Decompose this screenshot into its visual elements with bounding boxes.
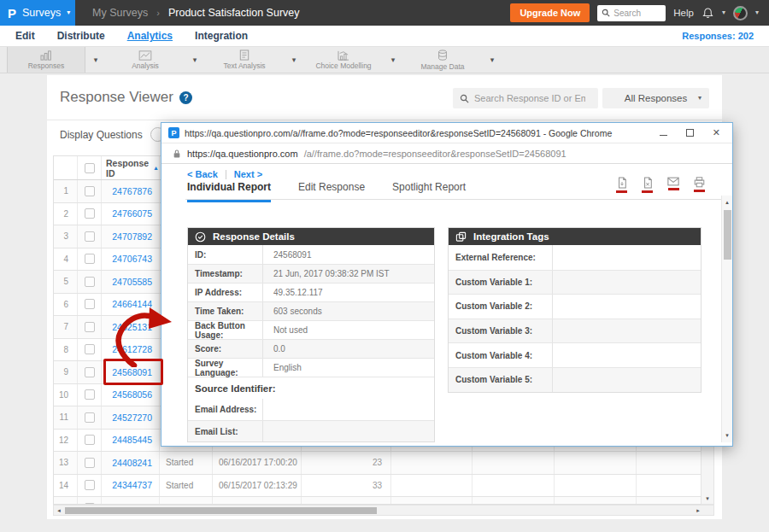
toolbar-responses[interactable]: Responses bbox=[7, 47, 85, 73]
red-underline bbox=[616, 190, 627, 193]
popup-url-bar[interactable]: https://qa.questionpro.com/a//frame.do?m… bbox=[161, 143, 732, 164]
integration-tags-icon bbox=[455, 231, 467, 243]
help-badge-icon[interactable]: ? bbox=[179, 91, 192, 104]
toolbar-choice-modelling-dropdown-icon[interactable]: ▾ bbox=[383, 47, 403, 73]
database-icon bbox=[437, 50, 449, 61]
empty-cell bbox=[637, 497, 701, 505]
row-checkbox[interactable] bbox=[85, 277, 95, 287]
row-checkbox[interactable] bbox=[85, 389, 95, 400]
avatar[interactable] bbox=[733, 6, 748, 20]
status-cell: Started bbox=[160, 475, 213, 497]
row-checkbox[interactable] bbox=[85, 231, 95, 242]
scroll-down-icon[interactable]: ▾ bbox=[722, 430, 732, 441]
row-checkbox[interactable] bbox=[85, 186, 95, 196]
questionpro-favicon: P bbox=[168, 127, 179, 138]
row-checkbox[interactable] bbox=[85, 208, 95, 219]
row-checkbox[interactable] bbox=[85, 322, 95, 332]
help-link[interactable]: Help bbox=[673, 8, 694, 18]
upgrade-now-button[interactable]: Upgrade Now bbox=[510, 3, 590, 22]
response-id-link[interactable]: 24767876 bbox=[102, 180, 160, 202]
notifications-bell-icon[interactable] bbox=[701, 7, 714, 20]
nav-item-integration[interactable]: Integration bbox=[195, 30, 248, 42]
row-checkbox[interactable] bbox=[85, 299, 95, 309]
row-checkbox-cell bbox=[78, 339, 102, 361]
response-id-link[interactable] bbox=[102, 497, 160, 505]
scroll-right-icon[interactable]: ▸ bbox=[693, 506, 703, 515]
print-icon[interactable] bbox=[694, 177, 705, 193]
row-checkbox[interactable] bbox=[85, 458, 95, 468]
breadcrumb-my-surveys[interactable]: My Surveys bbox=[92, 7, 148, 19]
response-id-link[interactable]: 24766075 bbox=[102, 203, 160, 225]
popup-scrollbar[interactable]: ▴ ▾ bbox=[721, 196, 732, 442]
response-id-link[interactable]: 24408241 bbox=[102, 452, 160, 474]
nav-item-distribute[interactable]: Distribute bbox=[57, 30, 105, 42]
nav-item-analytics[interactable]: Analytics bbox=[127, 30, 173, 42]
row-number: 14 bbox=[54, 475, 78, 497]
global-search[interactable] bbox=[597, 5, 666, 21]
row-number: 5 bbox=[54, 271, 78, 293]
response-id-link[interactable]: 24344737 bbox=[102, 475, 160, 497]
detail-row: Score:0.0 bbox=[188, 339, 434, 358]
table-horizontal-scrollbar[interactable]: ◂ ▸ bbox=[53, 505, 714, 516]
nav-item-edit[interactable]: Edit bbox=[15, 30, 35, 42]
url-domain: https://qa.questionpro.com bbox=[187, 149, 298, 159]
toolbar-text-analysis-dropdown-icon[interactable]: ▾ bbox=[284, 47, 304, 73]
row-checkbox[interactable] bbox=[85, 344, 95, 354]
global-search-input[interactable] bbox=[613, 9, 663, 18]
response-id-link[interactable]: 24705585 bbox=[102, 271, 160, 293]
all-responses-dropdown[interactable]: All Responses ▾ bbox=[602, 88, 709, 108]
text-analysis-icon bbox=[239, 50, 249, 61]
toolbar-analysis[interactable]: Analysis bbox=[106, 47, 185, 73]
toolbar-choice-modelling[interactable]: Choice Modelling bbox=[304, 47, 383, 73]
response-id-link[interactable]: 24664144 bbox=[102, 294, 160, 316]
chevron-down-icon[interactable]: ▾ bbox=[755, 9, 759, 16]
toolbar-text-analysis[interactable]: Text Analysis bbox=[205, 47, 284, 73]
row-checkbox[interactable] bbox=[85, 367, 95, 377]
scroll-up-icon[interactable]: ▴ bbox=[722, 197, 732, 208]
response-id-link[interactable]: 24625131 bbox=[102, 316, 160, 338]
next-link[interactable]: Next > bbox=[234, 169, 262, 179]
surveys-menu[interactable]: P Surveys ▾ bbox=[0, 0, 75, 26]
row-checkbox[interactable] bbox=[85, 435, 95, 445]
close-button[interactable]: ✕ bbox=[713, 128, 720, 137]
response-id-link[interactable]: 24527270 bbox=[102, 406, 160, 429]
row-checkbox[interactable] bbox=[85, 412, 95, 423]
scroll-left-icon[interactable]: ◂ bbox=[54, 506, 64, 515]
timestamp-cell bbox=[213, 497, 302, 505]
email-icon[interactable] bbox=[667, 177, 679, 193]
chevron-down-icon[interactable]: ▾ bbox=[722, 9, 725, 16]
response-id-link[interactable]: 24485445 bbox=[102, 430, 160, 452]
back-link[interactable]: < Back bbox=[187, 169, 218, 179]
response-id-link[interactable]: 24612728 bbox=[102, 339, 160, 361]
popup-window-title: https://qa.questionpro.com/a//frame.do?m… bbox=[185, 128, 655, 138]
minimize-button[interactable] bbox=[660, 135, 667, 136]
select-all-checkbox[interactable] bbox=[85, 163, 95, 173]
pdf-export-icon[interactable] bbox=[616, 177, 627, 193]
row-checkbox-cell bbox=[78, 271, 102, 293]
response-id-link[interactable]: 24706743 bbox=[102, 248, 160, 271]
red-underline bbox=[668, 188, 679, 190]
response-search[interactable] bbox=[453, 88, 598, 108]
excel-export-icon[interactable] bbox=[642, 177, 653, 193]
toolbar-manage-data-dropdown-icon[interactable]: ▾ bbox=[482, 47, 502, 73]
response-id-link[interactable]: 24568056 bbox=[102, 384, 160, 406]
toolbar-responses-dropdown-icon[interactable]: ▾ bbox=[85, 47, 106, 73]
toolbar-analysis-dropdown-icon[interactable]: ▾ bbox=[185, 47, 205, 73]
row-number: 3 bbox=[54, 225, 78, 248]
scrollbar-thumb[interactable] bbox=[65, 507, 377, 514]
toolbar-manage-data[interactable]: Manage Data bbox=[403, 47, 482, 73]
scrollbar-thumb[interactable] bbox=[724, 210, 731, 260]
row-checkbox-cell bbox=[78, 294, 102, 316]
integration-tags-rows: External Reference:Custom Variable 1:Cus… bbox=[449, 245, 701, 392]
popup-titlebar[interactable]: P https://qa.questionpro.com/a//frame.do… bbox=[161, 123, 732, 143]
response-id-header[interactable]: Response ID ▲ bbox=[102, 156, 160, 179]
responses-count[interactable]: Responses: 202 bbox=[682, 31, 754, 41]
response-id-link[interactable]: 24707892 bbox=[102, 225, 160, 248]
row-checkbox[interactable] bbox=[85, 480, 95, 490]
scroll-down-icon[interactable]: ▾ bbox=[701, 494, 713, 504]
row-checkbox[interactable] bbox=[85, 254, 95, 264]
response-search-input[interactable] bbox=[474, 93, 585, 103]
response-id-link[interactable]: 24568091 bbox=[102, 361, 160, 383]
detail-row: Back Button Usage:Not used bbox=[188, 320, 434, 339]
maximize-button[interactable] bbox=[686, 129, 694, 137]
